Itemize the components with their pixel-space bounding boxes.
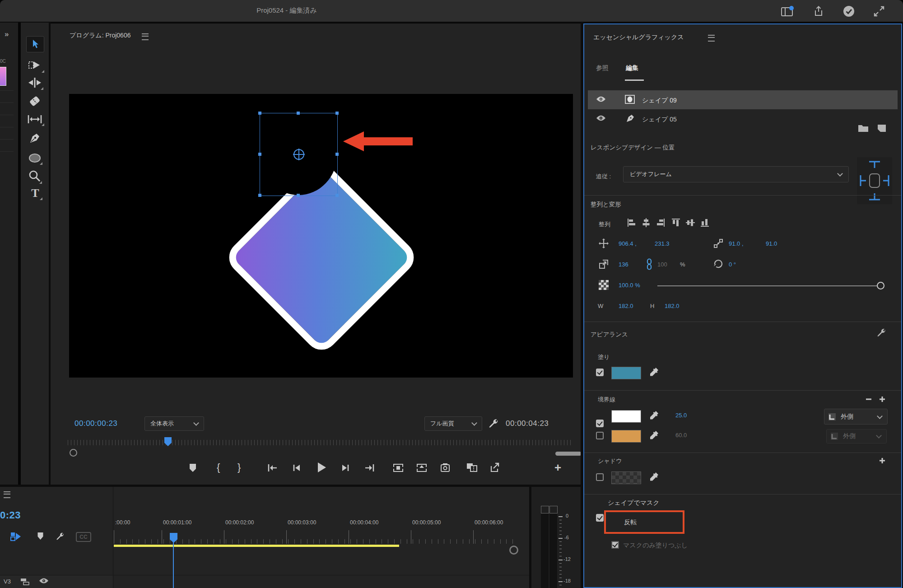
scale-value[interactable]: 136 [619,261,628,268]
fill-color-swatch[interactable] [611,367,641,379]
monitor-scrubber[interactable] [68,440,573,445]
anchor-crosshair[interactable] [292,148,306,161]
selection-handle[interactable] [335,153,339,156]
stroke1-enabled-checkbox[interactable] [596,420,604,427]
position-x-value[interactable]: 906.4 , [619,240,637,247]
stroke2-align-select[interactable]: 外側 [826,429,887,443]
step-back-button[interactable] [292,463,302,472]
rotation-icon[interactable] [712,258,723,269]
scrollbar-right-handle[interactable] [555,452,582,456]
selection-handle[interactable] [258,112,261,115]
comparison-view-button[interactable] [466,462,478,472]
stroke2-enabled-checkbox[interactable] [596,432,604,439]
follow-select[interactable]: ビデオフレーム [623,166,849,182]
ellipse-tool[interactable] [28,153,42,163]
stroke2-color-swatch[interactable] [611,430,641,443]
stroke2-eyedropper-icon[interactable] [649,430,659,441]
stroke2-width-value[interactable]: 60.0 [675,432,687,439]
track-select-forward-tool[interactable] [28,60,42,71]
timeline-ruler[interactable]: :00:00 00:00:01:00 00:00:02:00 00:00:03:… [0,487,514,546]
align-center-vertical-button[interactable] [685,218,695,228]
stroke1-eyedropper-icon[interactable] [649,410,659,421]
video-viewport[interactable] [69,94,573,378]
go-to-out-button[interactable] [364,463,375,472]
opacity-checker-icon[interactable] [599,280,609,290]
fill-enabled-checkbox[interactable] [596,369,604,376]
remove-stroke-button[interactable] [865,396,872,403]
align-top-button[interactable] [671,218,681,228]
selection-handle[interactable] [335,194,339,197]
work-area-bar[interactable] [114,545,399,547]
new-layer-icon[interactable] [877,124,887,133]
panel-expand-button[interactable]: » [5,30,9,39]
check-status-icon[interactable] [842,5,855,18]
step-forward-button[interactable] [340,463,350,472]
fullscreen-icon[interactable] [873,5,885,17]
playback-quality-select[interactable]: フル画質 [424,416,482,431]
timeline-scrollbar-handle[interactable] [509,546,518,555]
height-value[interactable]: 182.0 [665,303,680,309]
export-share-icon[interactable] [813,5,824,17]
layer-name[interactable]: シェイプ 05 [642,116,677,124]
export-media-button[interactable] [489,462,500,472]
layer-visibility-eye-icon[interactable] [596,96,606,103]
align-left-button[interactable] [627,218,637,228]
stroke1-align-select[interactable]: 外側 [824,409,888,425]
shadow-color-swatch[interactable] [611,471,641,484]
slip-tool[interactable] [27,114,42,125]
fill-eyedropper-icon[interactable] [649,367,659,378]
pen-tool[interactable] [28,132,41,145]
width-value[interactable]: 182.0 [619,303,633,309]
selection-tool[interactable] [26,36,44,52]
eg-panel-menu-icon[interactable] [708,35,715,42]
settings-wrench-icon[interactable] [489,418,499,429]
shadow-enabled-checkbox[interactable] [596,473,604,481]
layer-visibility-eye-icon[interactable] [596,115,606,121]
tab-edit[interactable]: 編集 [626,64,638,72]
opacity-slider-handle[interactable] [877,282,884,289]
add-stroke-button[interactable] [879,396,886,403]
mark-in-button[interactable]: { [217,462,220,473]
rotation-value[interactable]: 0 ° [729,261,736,268]
opacity-slider-track[interactable] [657,285,880,286]
align-bottom-button[interactable] [700,218,710,228]
mask-with-shape-checkbox[interactable] [596,514,604,522]
anchor-point-icon[interactable] [713,238,723,248]
appearance-settings-wrench-icon[interactable] [877,328,887,338]
layer-name[interactable]: シェイプ 09 [642,97,677,105]
selection-handle[interactable] [335,112,339,115]
align-right-button[interactable] [656,218,666,228]
button-editor-plus[interactable]: + [554,461,561,475]
track-visibility-eye-icon[interactable] [39,578,49,584]
zoom-level-select[interactable]: 全体表示 [144,416,204,431]
timeline-playhead-line[interactable] [173,542,174,588]
source-patch-icon[interactable] [20,578,29,585]
scrollbar-left-handle[interactable] [70,449,77,457]
scale-icon[interactable] [599,259,609,269]
type-tool[interactable]: T [30,187,41,200]
extract-button[interactable] [416,463,427,472]
opacity-value[interactable]: 100.0 % [619,282,640,289]
lift-button[interactable] [393,463,404,472]
zoom-tool[interactable] [28,170,41,182]
export-frame-button[interactable] [440,462,451,472]
position-y-value[interactable]: 231.3 [655,240,670,247]
align-center-horizontal-button[interactable] [641,218,651,228]
new-group-folder-icon[interactable] [858,124,869,133]
scale-height-value[interactable]: 100 [657,261,667,268]
anchor-y-value[interactable]: 91.0 [766,240,777,247]
tab-browse[interactable]: 参照 [596,64,609,72]
razor-tool[interactable] [28,95,42,107]
stroke1-width-value[interactable]: 25.0 [675,412,687,419]
ripple-edit-tool[interactable] [27,77,42,89]
play-button[interactable] [316,462,327,473]
link-scale-icon[interactable] [646,258,653,270]
shadow-eyedropper-icon[interactable] [649,471,659,482]
workspace-icon[interactable] [781,5,794,17]
selection-handle[interactable] [297,194,300,197]
current-timecode[interactable]: 00:00:00:23 [74,419,117,428]
track-header-v3[interactable]: V3 [0,575,113,588]
stroke1-color-swatch[interactable] [611,410,641,423]
add-shadow-button[interactable] [879,457,886,464]
add-marker-button[interactable] [189,463,197,472]
